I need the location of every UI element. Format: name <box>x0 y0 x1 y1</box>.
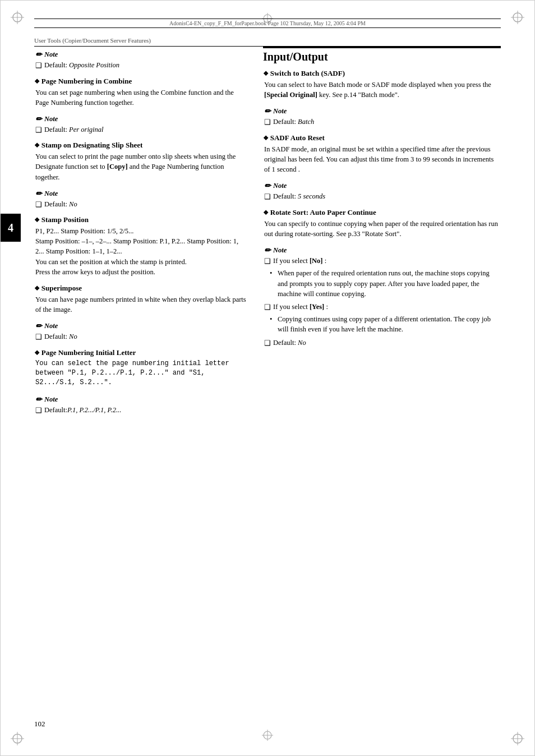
pen-icon-r1: ✏ <box>264 107 271 116</box>
note-default-no: ❑ Default: No <box>264 338 501 349</box>
checkbox-sym-5: ❑ <box>35 406 42 416</box>
feature-body-page-numbering-combine: You can set page numbering when using th… <box>35 87 247 108</box>
note-5-seconds: ✏ Note ❑ Default: 5 seconds <box>264 181 501 202</box>
note-label-5: ✏ Note <box>35 395 247 404</box>
note-line-3: ❑ Default: No <box>35 200 247 210</box>
pen-icon-4: ✏ <box>35 321 42 331</box>
feature-title-page-numbering-initial: Page Numbering Initial Letter <box>34 348 247 357</box>
pen-icon-3: ✏ <box>35 189 42 199</box>
note-default-p1: ✏ Note ❑ Default:P.1, P.2.../P.1, P.2... <box>35 395 247 416</box>
bullet-list-no: When paper of the required orientation r… <box>264 268 501 298</box>
note-batch: ✏ Note ❑ Default: Batch <box>264 107 501 128</box>
corner-mark-tr <box>511 11 524 24</box>
feature-body-stamp-position: P1, P2... Stamp Position: 1/5, 2/5... St… <box>35 226 247 277</box>
checkbox-sym-4: ❑ <box>35 333 42 343</box>
feature-stamp-position: Stamp Position P1, P2... Stamp Position:… <box>34 215 247 277</box>
note-if-no: ❑ If you select [No] : <box>264 256 501 267</box>
bottom-center-mark <box>262 730 273 743</box>
note-label-r2: ✏ Note <box>264 181 501 191</box>
checkbox-sym-2: ❑ <box>35 126 42 136</box>
chapter-number: 4 <box>8 222 13 234</box>
note-label-2: ✏ Note <box>35 114 247 124</box>
feature-body-page-numbering-initial: You can select the page numbering initia… <box>35 359 247 388</box>
note-label-1: ✏ Note <box>35 50 247 59</box>
bullet-list-yes: Copying continues using copy paper of a … <box>264 314 501 334</box>
pen-icon-1: ✏ <box>35 50 42 59</box>
header-text: User Tools (Copier/Document Server Featu… <box>34 37 151 44</box>
note-if-yes: ❑ If you select [Yes] : <box>264 302 501 313</box>
corner-mark-br <box>511 732 524 745</box>
left-column: ✏ Note ❑ Default: Opposite Position Page… <box>34 47 247 421</box>
right-column: Input/Output Switch to Batch (SADF) You … <box>263 47 501 421</box>
checkbox-sym-r2: ❑ <box>264 192 271 202</box>
chapter-tab: 4 <box>1 214 21 242</box>
feature-title-switch-batch: Switch to Batch (SADF) <box>263 69 501 78</box>
section-header-input-output: Input/Output <box>263 47 501 63</box>
checkbox-sym-3: ❑ <box>35 200 42 210</box>
note-line-1: ❑ Default: Opposite Position <box>35 61 247 71</box>
corner-mark-tl <box>11 11 24 24</box>
corner-mark-bl <box>11 732 24 745</box>
note-line-r2: ❑ Default: 5 seconds <box>264 192 501 202</box>
checkbox-sym-r5: ❑ <box>264 339 271 349</box>
two-column-layout: ✏ Note ❑ Default: Opposite Position Page… <box>34 47 501 421</box>
feature-title-page-numbering-combine: Page Numbering in Combine <box>34 77 247 86</box>
note-per-original: ✏ Note ❑ Default: Per original <box>35 114 247 136</box>
feature-body-superimpose: You can have page numbers printed in whi… <box>35 294 247 315</box>
feature-superimpose: Superimpose You can have page numbers pr… <box>34 284 247 315</box>
note-line-r1: ❑ Default: Batch <box>264 117 501 128</box>
feature-body-sadf-auto-reset: In SADF mode, an original must be set wi… <box>264 144 501 174</box>
pen-icon-r2: ✏ <box>264 181 271 191</box>
note-label-r1: ✏ Note <box>264 107 501 116</box>
feature-title-stamp-position: Stamp Position <box>34 215 247 224</box>
feature-title-superimpose: Superimpose <box>34 284 247 293</box>
page: AdonisC4-EN_copy_F_FM_forPaper.book Page… <box>0 0 535 756</box>
feature-page-numbering-combine: Page Numbering in Combine You can set pa… <box>34 77 247 108</box>
pen-icon-2: ✏ <box>35 114 42 124</box>
feature-title-rotate-sort: Rotate Sort: Auto Paper Continue <box>263 208 501 217</box>
feature-body-rotate-sort: You can specify to continue copying when… <box>264 219 501 239</box>
feature-body-switch-batch: You can select to have Batch mode or SAD… <box>264 80 501 100</box>
feature-switch-batch: Switch to Batch (SADF) You can select to… <box>263 69 501 100</box>
section-title: Input/Output <box>263 50 501 63</box>
note-opposite-position: ✏ Note ❑ Default: Opposite Position <box>35 50 247 71</box>
note-label-4: ✏ Note <box>35 321 247 331</box>
feature-stamp-slip-sheet: Stamp on Designating Slip Sheet You can … <box>34 141 247 182</box>
feature-page-numbering-initial: Page Numbering Initial Letter You can se… <box>34 348 247 388</box>
checkbox-sym-1: ❑ <box>35 61 42 71</box>
checkbox-sym-r1: ❑ <box>264 118 271 128</box>
note-line-5: ❑ Default:P.1, P.2.../P.1, P.2... <box>35 405 247 416</box>
note-line-2: ❑ Default: Per original <box>35 125 247 136</box>
note-label-r3: ✏ Note <box>264 246 501 255</box>
note-label-3: ✏ Note <box>35 189 247 199</box>
top-info-bar: AdonisC4-EN_copy_F_FM_forPaper.book Page… <box>34 19 501 28</box>
page-header: User Tools (Copier/Document Server Featu… <box>34 37 501 47</box>
top-info-text: AdonisC4-EN_copy_F_FM_forPaper.book Page… <box>169 20 366 26</box>
note-rotate-sort-options: ✏ Note ❑ If you select [No] : When paper… <box>264 246 501 348</box>
pen-icon-r3: ✏ <box>264 246 271 255</box>
pen-icon-5: ✏ <box>35 395 42 404</box>
note-no-2: ✏ Note ❑ Default: No <box>35 321 247 343</box>
checkbox-sym-r3: ❑ <box>264 257 271 267</box>
feature-rotate-sort: Rotate Sort: Auto Paper Continue You can… <box>263 208 501 239</box>
content-area: ✏ Note ❑ Default: Opposite Position Page… <box>34 47 501 722</box>
bullet-item-yes: Copying continues using copy paper of a … <box>270 314 501 334</box>
checkbox-sym-r4: ❑ <box>264 303 271 313</box>
note-line-4: ❑ Default: No <box>35 332 247 343</box>
bullet-item-no: When paper of the required orientation r… <box>270 268 501 298</box>
feature-body-stamp-slip: You can select to print the page number … <box>35 151 247 182</box>
note-no-1: ✏ Note ❑ Default: No <box>35 189 247 210</box>
feature-title-stamp-slip: Stamp on Designating Slip Sheet <box>34 141 247 150</box>
feature-title-sadf-auto-reset: SADF Auto Reset <box>263 133 501 142</box>
feature-sadf-auto-reset: SADF Auto Reset In SADF mode, an origina… <box>263 133 501 174</box>
